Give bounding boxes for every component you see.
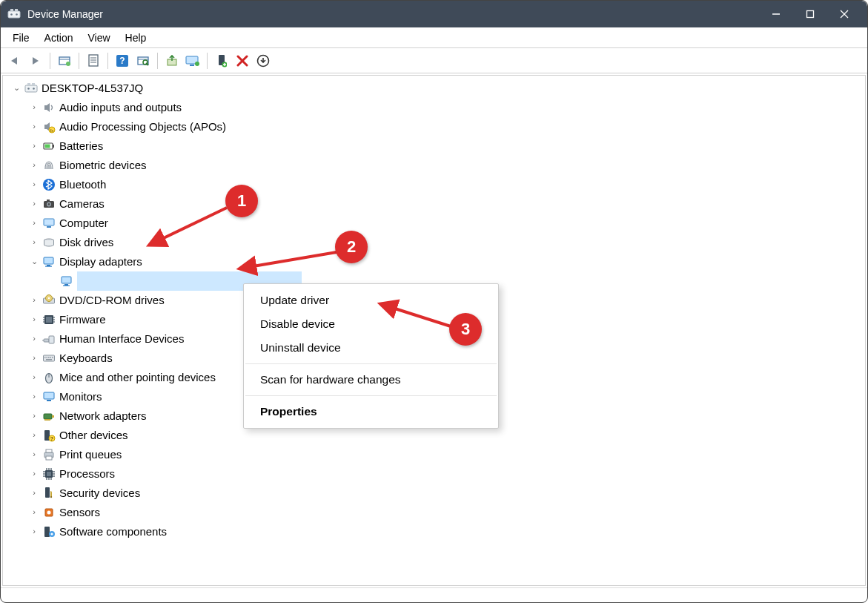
help-button[interactable]: ? [113,51,132,70]
forward-button[interactable] [26,51,45,70]
disable-device-button[interactable] [233,51,252,70]
enable-device-button[interactable] [212,51,231,70]
svg-rect-70 [50,357,52,358]
show-hidden-button[interactable] [55,51,74,70]
remote-monitor-button[interactable] [183,51,202,70]
tree-node-label: Display adapters [59,253,142,270]
disk-icon [42,235,56,250]
tree-node-label: DVD/CD-ROM drives [59,291,165,309]
chevron-right-icon[interactable]: › [28,197,40,210]
tree-node-label: Network adapters [59,407,147,424]
tree-node-bluetooth[interactable]: ›Bluetooth [6,175,865,194]
svg-rect-48 [45,266,52,267]
chevron-down-icon[interactable]: ⌄ [28,255,40,268]
uninstall-device-button[interactable] [254,51,273,70]
svg-point-3 [10,13,13,16]
chevron-right-icon[interactable]: › [28,294,40,306]
tree-node-audio-inputs-and-outputs[interactable]: ›Audio inputs and outputs [6,98,865,117]
tree-node-label: Sensors [59,504,100,521]
properties-button[interactable] [84,51,103,70]
back-button[interactable] [5,51,24,70]
menu-view[interactable]: View [80,30,117,46]
chevron-right-icon[interactable]: › [28,448,40,461]
tree-node-software-components[interactable]: ›Software components [6,522,865,541]
svg-point-54 [48,297,50,299]
ctx-separator [245,395,497,396]
chevron-right-icon[interactable]: › [28,313,40,326]
svg-rect-75 [44,392,54,399]
tree-node-sensors[interactable]: ›Sensors [6,503,865,522]
chevron-down-icon[interactable]: ⌄ [10,82,22,94]
tree-node-label: Mice and other pointing devices [59,369,216,386]
tree-node-computer[interactable]: ›Computer [6,214,865,233]
other-device-icon: ? [42,428,56,443]
update-driver-button[interactable] [162,51,182,70]
tree-node-label: Firmware [59,311,106,328]
chevron-right-icon[interactable]: › [28,467,40,480]
network-adapter-icon [42,409,56,424]
bluetooth-icon [42,177,56,192]
chevron-right-icon[interactable]: › [28,487,40,499]
chevron-right-icon[interactable]: › [28,120,40,133]
svg-rect-1 [10,9,13,11]
maximize-button[interactable] [793,1,827,27]
tree-node-audio-processing-objects-apos[interactable]: ›fxAudio Processing Objects (APOs) [6,117,865,136]
annotation-badge-3: 3 [449,313,482,346]
svg-text:?: ? [119,56,125,66]
chevron-right-icon[interactable]: › [28,525,40,538]
svg-rect-44 [47,226,51,228]
svg-point-106 [50,533,53,535]
chevron-right-icon[interactable]: › [28,409,40,422]
tree-node-disk-drives[interactable]: ›Disk drives [6,233,865,252]
chevron-right-icon[interactable]: › [28,236,40,248]
tree-node-batteries[interactable]: ›Batteries [6,136,865,156]
chevron-right-icon[interactable]: › [28,429,40,441]
ctx-scan-hardware[interactable]: Scan for hardware changes [244,368,498,392]
chevron-right-icon[interactable]: › [28,506,40,518]
tree-node-cameras[interactable]: ›Cameras [6,194,865,214]
tree-node-security-devices[interactable]: ›Security devices [6,484,865,503]
chevron-right-icon[interactable]: › [28,217,40,229]
chevron-right-icon[interactable]: › [28,332,40,345]
chevron-right-icon[interactable]: › [28,371,40,383]
svg-rect-29 [27,83,30,85]
toolbar-separator [107,53,108,69]
close-button[interactable] [827,1,861,27]
svg-rect-69 [48,357,50,358]
tree-node-label: Print queues [59,446,122,463]
chevron-right-icon[interactable]: › [28,101,40,113]
svg-point-42 [48,203,50,205]
menu-action[interactable]: Action [37,30,81,46]
chevron-right-icon[interactable]: › [28,159,40,171]
svg-rect-0 [8,11,20,18]
mouse-icon [42,370,56,385]
svg-rect-76 [47,400,51,401]
tree-root[interactable]: ⌄DESKTOP-4L537JQ [6,79,865,98]
tree-node-processors[interactable]: ›Processors [6,464,865,484]
svg-rect-46 [44,257,53,264]
tree-node-biometric-devices[interactable]: ›Biometric devices [6,156,865,175]
svg-rect-36 [53,145,54,148]
chevron-right-icon[interactable]: › [28,352,40,364]
menu-file[interactable]: File [5,30,37,46]
tree-node-display-adapters[interactable]: ⌄Display adapters [6,252,865,271]
svg-text:?: ? [50,436,53,441]
tree-node-label: Audio inputs and outputs [59,99,182,116]
chevron-right-icon[interactable]: › [28,390,40,403]
ctx-properties[interactable]: Properties [244,400,498,424]
status-bar [1,587,867,602]
tree-node-label: DESKTOP-4L537JQ [42,79,143,96]
svg-point-32 [33,88,35,90]
minimize-button[interactable] [759,1,793,27]
window-titlebar: Device Manager [1,1,867,27]
toolbar-separator [50,53,50,69]
menu-help[interactable]: Help [118,30,154,46]
chevron-right-icon[interactable]: › [28,178,40,191]
display-adapter-icon [42,254,56,269]
content-pane: ⌄DESKTOP-4L537JQ›Audio inputs and output… [2,75,866,586]
tree-node-print-queues[interactable]: ›Print queues [6,445,865,464]
ctx-update-driver[interactable]: Update driver [244,289,498,312]
svg-rect-66 [44,355,55,361]
scan-hardware-button[interactable] [133,51,153,70]
chevron-right-icon[interactable]: › [28,139,40,152]
